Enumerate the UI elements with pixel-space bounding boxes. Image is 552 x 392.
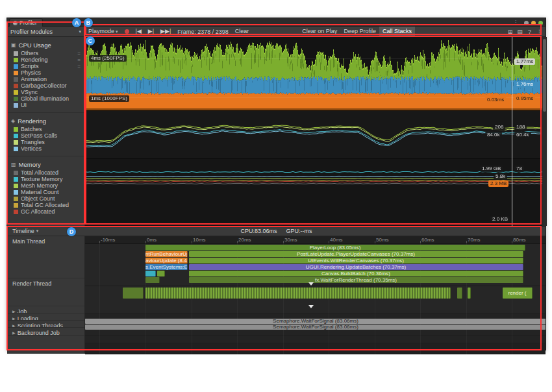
thread-row-render-thread[interactable]: Render Thread bbox=[7, 278, 84, 306]
timeline-bar[interactable] bbox=[145, 288, 451, 299]
drag-handle-icon[interactable]: = bbox=[77, 64, 81, 69]
collapsed-arrow-icon[interactable]: ▶ bbox=[12, 315, 16, 321]
memory-icon: ▥ bbox=[11, 162, 16, 167]
record-button[interactable] bbox=[121, 27, 132, 36]
chevron-down-icon: ▾ bbox=[79, 29, 81, 34]
timeline-bar[interactable] bbox=[468, 288, 471, 299]
legend-item-mesh-memory[interactable]: Mesh Memory bbox=[7, 182, 84, 189]
legend-swatch bbox=[14, 103, 18, 108]
minimize-button[interactable] bbox=[524, 21, 529, 25]
current-frame-button[interactable]: ▶▶| bbox=[157, 27, 174, 36]
timeline-bar[interactable] bbox=[123, 288, 144, 299]
ruler-tick bbox=[99, 241, 100, 243]
thread-row-main-thread[interactable]: Main Thread bbox=[7, 236, 84, 278]
timeline-bar-render[interactable]: render ( bbox=[503, 288, 533, 299]
legend-item-physics[interactable]: Physics bbox=[7, 69, 84, 76]
module-header-rendering[interactable]: ◈Rendering bbox=[7, 116, 84, 126]
legend-item-material-count[interactable]: Material Count bbox=[7, 189, 84, 195]
legend-item-vertices[interactable]: Vertices bbox=[7, 145, 84, 152]
legend-item-object-count[interactable]: Object Count bbox=[7, 195, 84, 202]
drag-handle-icon[interactable]: = bbox=[77, 51, 81, 56]
prev-frame-button[interactable]: |◀ bbox=[132, 27, 145, 36]
expand-marker-icon[interactable] bbox=[308, 282, 314, 286]
timeline-bar-canvas-buildbatch-70-36ms[interactable]: Canvas.BuildBatch (70.36ms) bbox=[189, 271, 523, 276]
call-stacks-toggle[interactable]: Call Stacks bbox=[379, 27, 415, 36]
load-profile-icon[interactable]: ⊞ bbox=[506, 29, 514, 35]
timeline-bar-postlateupdate-playerupdatecanvases-70-37ms[interactable]: PostLateUpdate.PlayerUpdateCanvases (70.… bbox=[189, 251, 523, 257]
timeline-track-area[interactable]: PlayerLoop (83.05ms)ntRunBehaviourUpdPos… bbox=[85, 244, 546, 354]
ruler-tick-label: 0ms bbox=[147, 237, 157, 243]
timeline-bar-semaphore-waitforsignal-83-06ms[interactable]: Semaphore.WaitForSignal (83.06ms) bbox=[85, 325, 546, 330]
legend-item-total-gc-allocated[interactable]: Total GC Allocated bbox=[7, 202, 84, 208]
legend-item-total-allocated[interactable]: Total Allocated bbox=[7, 169, 84, 176]
timeline-bar[interactable] bbox=[145, 271, 156, 276]
profiler-modules-label: Profiler Modules bbox=[10, 29, 53, 35]
module-header-cpu-usage[interactable]: ▣CPU Usage bbox=[7, 40, 84, 50]
clear-on-play-toggle[interactable]: Clear on Play bbox=[299, 27, 340, 36]
time-ruler: -10ms0ms10ms20ms30ms40ms50ms60ms70ms80ms bbox=[85, 236, 546, 244]
timeline-bar-fx-waitforrenderthread-70-35ms[interactable]: fx.WaitForRenderThread (70.35ms) bbox=[189, 277, 523, 283]
memory-chart[interactable] bbox=[85, 159, 542, 226]
window-menu-icon[interactable]: ⋮ bbox=[513, 19, 518, 25]
expand-marker-icon[interactable] bbox=[308, 305, 314, 308]
legend-item-setpass-calls[interactable]: SetPass Calls bbox=[7, 132, 84, 139]
profiler-modules-dropdown[interactable]: Profiler Modules ▾ bbox=[7, 27, 85, 36]
save-profile-icon[interactable]: ▤ bbox=[516, 29, 524, 35]
ruler-tick bbox=[145, 241, 146, 243]
timeline-bar-semaphore-waitforsignal-83-06ms[interactable]: Semaphore.WaitForSignal (83.06ms) bbox=[85, 319, 546, 324]
legend-item-animation[interactable]: Animation bbox=[7, 76, 84, 82]
legend-item-gc-allocated[interactable]: GC Allocated bbox=[7, 208, 84, 215]
timeline-bar[interactable] bbox=[145, 277, 160, 283]
legend-item-others[interactable]: Others= bbox=[7, 50, 84, 56]
track-bars: PlayerLoop (83.05ms)ntRunBehaviourUpdPos… bbox=[85, 244, 546, 354]
thread-row-job[interactable]: ▶Job bbox=[7, 306, 84, 313]
timeline-bar-playerloop-83-05ms[interactable]: PlayerLoop (83.05ms) bbox=[145, 245, 525, 251]
context-menu-icon[interactable]: ⋮ bbox=[535, 29, 544, 35]
window-control-dots bbox=[521, 16, 543, 28]
profiler-window: Profiler ⋮ Profiler Modules ▾ Playmode ▾… bbox=[6, 18, 546, 350]
legend-item-scripts[interactable]: Scripts= bbox=[7, 63, 84, 69]
scrollbar-thumb[interactable] bbox=[543, 39, 546, 112]
module-header-memory[interactable]: ▥Memory bbox=[7, 160, 84, 169]
thread-row-scripting-threads[interactable]: ▶Scripting Threads bbox=[7, 321, 84, 328]
timeline-bar[interactable] bbox=[457, 288, 462, 299]
deep-profile-toggle[interactable]: Deep Profile bbox=[340, 27, 379, 36]
collapsed-arrow-icon[interactable]: ▶ bbox=[12, 323, 16, 328]
close-button[interactable] bbox=[538, 21, 543, 25]
help-icon[interactable]: ? bbox=[525, 29, 534, 35]
legend-swatch bbox=[14, 127, 18, 132]
rendering-chart[interactable] bbox=[85, 111, 542, 159]
timeline-bar-ntrunbehaviourupd[interactable]: ntRunBehaviourUpd bbox=[145, 251, 188, 257]
legend-item-triangles[interactable]: Triangles bbox=[7, 139, 84, 145]
timeline-bar-ugui-rendering-updatebatches-70-37ms[interactable]: UGUI.Rendering.UpdateBatches (70.37ms) bbox=[189, 264, 523, 270]
thread-row-background-job[interactable]: ▶Background Job bbox=[7, 328, 84, 336]
cpu-usage-chart[interactable] bbox=[85, 37, 542, 111]
maximize-button[interactable] bbox=[531, 21, 536, 25]
legend-item-vsync[interactable]: VSync bbox=[7, 89, 84, 95]
timeline-bar-s-eventsystems-ex[interactable]: s.EventSystems:Ex bbox=[145, 264, 188, 270]
legend-swatch bbox=[14, 140, 18, 145]
drag-handle-icon[interactable]: = bbox=[77, 57, 81, 63]
next-frame-button[interactable]: ▶| bbox=[145, 27, 157, 36]
timeline-bar-uievents-willrendercanvases-70-37ms[interactable]: UIEvents.WillRenderCanvases (70.37ms) bbox=[189, 258, 523, 263]
legend-item-global-illumination[interactable]: Global Illumination bbox=[7, 95, 84, 102]
legend-item-rendering[interactable]: Rendering= bbox=[7, 56, 84, 63]
legend-item-batches[interactable]: Batches bbox=[7, 126, 84, 132]
legend-swatch bbox=[14, 197, 18, 201]
legend-label: Mesh Memory bbox=[21, 182, 81, 189]
legend-item-ui[interactable]: UI bbox=[7, 102, 84, 108]
thread-row-loading[interactable]: ▶Loading bbox=[7, 313, 84, 321]
collapsed-arrow-icon[interactable]: ▶ bbox=[12, 308, 16, 313]
legend-item-texture-memory[interactable]: Texture Memory bbox=[7, 176, 84, 182]
timeline-bar-aviourupdate-8-44[interactable]: aviourUpdate (8.44 bbox=[145, 258, 188, 263]
playmode-dropdown[interactable]: Playmode ▾ bbox=[85, 27, 121, 36]
ruler-tick bbox=[466, 241, 467, 243]
tab-profiler[interactable]: Profiler bbox=[9, 18, 43, 27]
legend-item-garbagecollector[interactable]: GarbageCollector bbox=[7, 82, 84, 89]
ruler-tick-label: 30ms bbox=[284, 237, 297, 243]
timeline-bar[interactable] bbox=[157, 271, 165, 276]
clear-button[interactable]: Clear bbox=[232, 27, 253, 36]
collapsed-arrow-icon[interactable]: ▶ bbox=[12, 330, 16, 336]
titlebar-controls: ⋮ bbox=[513, 18, 543, 26]
charts-scrollbar[interactable] bbox=[542, 37, 547, 226]
